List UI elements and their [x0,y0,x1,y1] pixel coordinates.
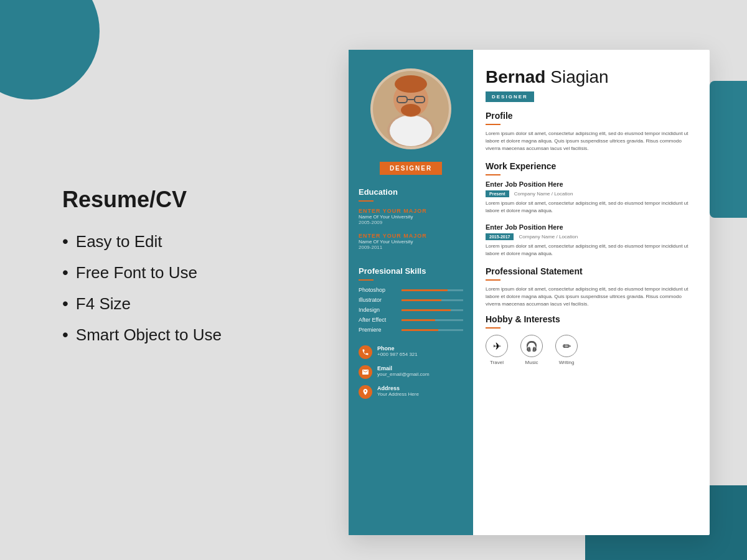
feature-text: F4 Size [76,294,131,314]
edu-major-2: ENTER YOUR MAJOR [359,233,463,239]
phone-icon [359,345,372,359]
travel-label: Travel [490,360,504,365]
job-badge-2: 2015-2017 [486,233,514,240]
job-title-1: Enter Job Position Here [486,180,695,188]
job-desc-1: Lorem ipsum dolor sit amet, consectetur … [486,200,695,215]
work-experience-title: Work Experience [486,161,695,171]
music-label: Music [525,360,538,365]
skill-name-photoshop: Photoshop [359,287,399,293]
contact-section: Phone +000 987 654 321 Email your_email@… [349,345,473,405]
profile-divider [486,124,500,125]
edu-entry-1: ENTER YOUR MAJOR Name Of Your University… [359,208,463,225]
address-label: Address [377,385,419,391]
hobby-writing: ✏ Writing [555,335,578,365]
list-item: F4 Size [62,294,324,314]
skills-section: Profesional Skills Photoshop Illustrator… [349,266,473,337]
features-list: Easy to Edit Free Font to Use F4 Size Sm… [62,231,324,345]
address-info: Address Your Address Here [377,385,419,397]
contact-email: Email your_email@gmail.com [359,365,463,379]
skills-divider [359,279,374,281]
profile-section-title: Profile [486,111,695,121]
skills-title: Profesional Skills [359,266,463,276]
edu-year-1: 2005-2009 [359,220,463,225]
resume-full-name: Bernad Siagian [486,67,695,87]
left-panel: Resume/CV Easy to Edit Free Font to Use … [62,187,324,356]
job-company-1: Company Name / Location [514,191,573,197]
writing-icon: ✏ [555,335,578,357]
svg-point-3 [395,75,427,93]
feature-text: Easy to Edit [76,232,162,251]
svg-point-4 [401,104,421,116]
list-item: Free Font to Use [62,263,324,282]
job-desc-2: Lorem ipsum dolor sit amet, consectetur … [486,243,695,258]
skill-photoshop: Photoshop [359,287,463,293]
right-designer-badge: DESIGNER [486,91,534,102]
edu-major-1: ENTER YOUR MAJOR [359,208,463,214]
resume-card: DESIGNER Education ENTER YOUR MAJOR Name… [349,50,710,535]
feature-text: Smart Object to Use [76,325,222,345]
address-value: Your Address Here [377,391,419,397]
skill-name-premiere: Premiere [359,327,399,333]
email-info: Email your_email@gmail.com [377,365,430,377]
skill-indesign: Indesign [359,307,463,313]
resume-last-name: Siagian [550,67,608,86]
resume-left-column: DESIGNER Education ENTER YOUR MAJOR Name… [349,50,473,535]
hobbies-divider [486,327,500,329]
professional-statement-title: Professional Statement [486,266,695,276]
job-company-2: Company Name / Location [519,234,578,240]
hobby-icons-container: ✈ Travel 🎧 Music ✏ Writing [486,335,695,365]
work-entry-2: Enter Job Position Here 2015-2017 Compan… [486,223,695,258]
travel-icon: ✈ [486,335,508,357]
education-title: Education [359,187,463,197]
job-meta-2: 2015-2017 Company Name / Location [486,233,695,240]
edu-university-2: Name Of Your University [359,239,463,245]
svg-point-1 [390,115,432,146]
work-entry-1: Enter Job Position Here Present Company … [486,180,695,215]
resume-photo [370,68,451,149]
resume-first-name: Bernad [486,67,545,86]
education-divider [359,200,374,202]
resume-right-column: Bernad Siagian DESIGNER Profile Lorem ip… [473,50,710,535]
bg-rect-right-decoration [710,81,747,218]
feature-text: Free Font to Use [76,263,197,282]
email-label: Email [377,365,430,371]
writing-label: Writing [559,360,575,365]
skill-name-indesign: Indesign [359,307,399,313]
skill-premiere: Premiere [359,327,463,333]
left-designer-badge: DESIGNER [380,162,442,175]
page-title: Resume/CV [62,187,324,213]
contact-address: Address Your Address Here [359,385,463,399]
edu-university-1: Name Of Your University [359,214,463,220]
job-meta-1: Present Company Name / Location [486,190,695,197]
skill-aftereffect: After Effect [359,317,463,323]
email-value: your_email@gmail.com [377,371,430,377]
phone-value: +000 987 654 321 [377,352,418,357]
professional-statement-divider [486,279,500,281]
address-icon [359,385,372,399]
professional-statement-text: Lorem ipsum dolor sit amet, consectetur … [486,286,695,308]
list-item: Smart Object to Use [62,325,324,345]
hobby-section: Hobby & Interests ✈ Travel 🎧 Music ✏ Wri… [486,314,695,365]
hobby-travel: ✈ Travel [486,335,508,365]
skill-illustrator: Illustrator [359,297,463,303]
job-title-2: Enter Job Position Here [486,223,695,231]
list-item: Easy to Edit [62,231,324,251]
email-icon [359,365,372,379]
phone-label: Phone [377,345,418,352]
education-section: Education ENTER YOUR MAJOR Name Of Your … [349,187,473,258]
edu-entry-2: ENTER YOUR MAJOR Name Of Your University… [359,233,463,250]
edu-year-2: 2009-2011 [359,245,463,250]
work-experience-divider [486,174,500,175]
skill-name-aftereffect: After Effect [359,317,399,323]
hobbies-title: Hobby & Interests [486,314,695,324]
hobby-music: 🎧 Music [520,335,543,365]
job-badge-1: Present [486,190,509,197]
contact-phone: Phone +000 987 654 321 [359,345,463,359]
music-icon: 🎧 [520,335,543,357]
skill-name-illustrator: Illustrator [359,297,399,303]
phone-info: Phone +000 987 654 321 [377,345,418,357]
bg-circle-decoration [0,0,100,100]
profile-text: Lorem ipsum dolor sit amet, consectetur … [486,130,695,152]
